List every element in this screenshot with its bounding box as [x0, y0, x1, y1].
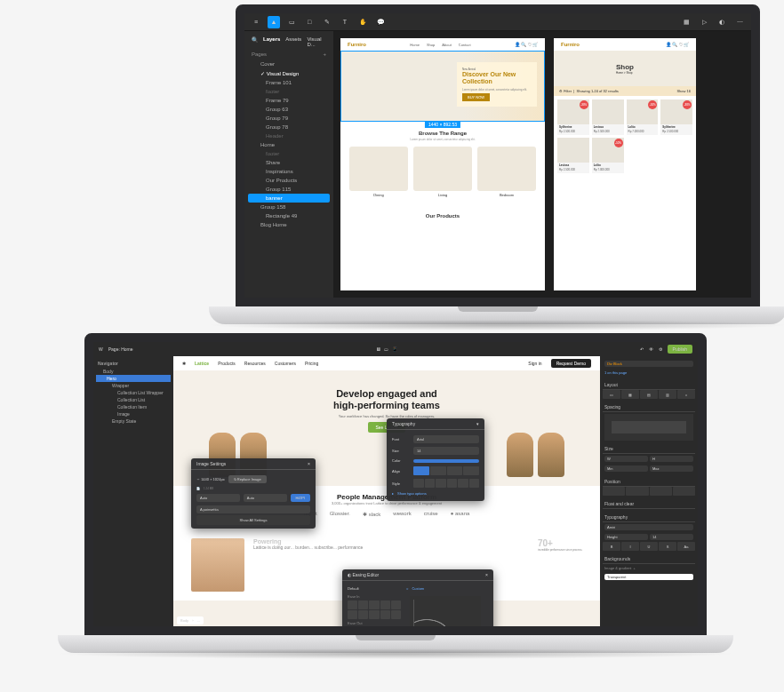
comment-tool-icon[interactable]: 💬 [374, 16, 387, 28]
product-card[interactable]: -50%LolitoRp 7.000.000 [627, 99, 659, 135]
bg-color-swatch[interactable]: Transparent [604, 574, 693, 580]
spacing-box[interactable] [604, 414, 693, 441]
align-left-icon[interactable] [413, 466, 429, 475]
artboard-shop[interactable]: Furniro 👤 🔍 ♡ 🛒 Shop Home > Shop ⚙ Filte… [554, 38, 696, 290]
publish-button[interactable]: Publish [668, 345, 692, 354]
layer-item[interactable]: Group 63 [248, 105, 330, 114]
page-item[interactable]: Cover [248, 60, 330, 68]
typography-popover[interactable]: Typography▾ FontArial Size14 Color Align [387, 418, 484, 501]
class-selector[interactable]: Div Block [604, 361, 693, 367]
settings-icon[interactable]: ⚙ [659, 346, 662, 352]
shop-hero: Shop Home > Shop [554, 51, 696, 86]
align-center-icon[interactable] [430, 466, 446, 475]
tree-item[interactable]: Empty State [96, 418, 171, 425]
tablet-icon[interactable]: ▭ [384, 346, 388, 352]
page-selector[interactable]: Page: Home [108, 346, 133, 352]
hand-tool-icon[interactable]: ✋ [356, 16, 369, 28]
hidpi-toggle[interactable]: HiDPI [291, 494, 310, 502]
tab-assets[interactable]: Assets [285, 36, 301, 47]
webflow-app: W Page: Home 🖥 ▭ 📱 ↶ 👁 ⚙ Publish Naviga [93, 342, 698, 626]
search-icon[interactable]: 🔍 [252, 36, 258, 47]
figma-canvas[interactable]: Furniro Home Shop About Contact 👤 🔍 ♡ 🛒 [333, 31, 751, 298]
nav: Home Shop About Contact [410, 43, 470, 47]
tree-item[interactable]: Collection List [96, 396, 171, 403]
easing-editor-panel[interactable]: ◐ Easing Editor× Default Ease In Ease Ou… [342, 569, 493, 626]
layer-item[interactable]: footer [248, 87, 330, 96]
desktop-icon[interactable]: 🖥 [376, 346, 380, 352]
layer-item[interactable]: Group 115 [248, 185, 330, 194]
width-field[interactable]: Auto [196, 494, 240, 502]
layer-item[interactable]: Rectangle 49 [248, 211, 330, 220]
avatar [191, 538, 244, 592]
frame-tool-icon[interactable]: ▭ [285, 16, 298, 28]
menu-icon[interactable]: ≡ [250, 16, 262, 28]
image-settings-panel[interactable]: Image Settings× ↔ 1440 × 1024px↻ Replace… [191, 458, 316, 529]
signin-link[interactable]: Sign in [528, 361, 541, 366]
webflow-logo-icon[interactable]: W [99, 346, 103, 352]
tab-layers[interactable]: Layers [263, 36, 280, 47]
layer-item[interactable]: footer [248, 149, 330, 158]
alt-field[interactable]: A poinsettia [196, 505, 310, 513]
webflow-screen: W Page: Home 🖥 ▭ 📱 ↶ 👁 ⚙ Publish Naviga [84, 333, 707, 635]
demo-button[interactable]: Request Demo [551, 359, 591, 368]
webflow-canvas[interactable]: ✱Lattice Products Resources Customers Pr… [173, 356, 600, 626]
layer-item[interactable]: Header [248, 131, 330, 140]
move-tool-icon[interactable]: ▲ [268, 16, 280, 28]
product-card[interactable]: LeviosaRp 2.500.000 [592, 99, 624, 135]
text-tool-icon[interactable]: T [339, 16, 351, 28]
tree-item[interactable]: Image [96, 410, 171, 418]
tree-item[interactable]: Wrapper [96, 382, 171, 389]
page-item-active[interactable]: ✓ Visual Design [248, 68, 330, 78]
align-justify-icon[interactable] [463, 466, 479, 475]
layer-item[interactable]: Home [248, 140, 330, 149]
height-field[interactable]: Auto [244, 494, 287, 502]
layer-item[interactable]: Our Products [248, 176, 330, 185]
easing-default[interactable]: Default [348, 585, 401, 593]
tree-item[interactable]: Body [96, 368, 171, 375]
artboard-home[interactable]: Furniro Home Shop About Contact 👤 🔍 ♡ 🛒 [340, 38, 545, 290]
close-icon[interactable]: × [485, 572, 488, 577]
dev-mode-icon[interactable]: ▦ [680, 16, 692, 28]
add-page-icon[interactable]: + [323, 52, 326, 57]
product-card[interactable]: -50%LolitoRp 7.000.000 [592, 138, 624, 173]
hero-selected[interactable]: New Arrival Discover Our New Collection … [340, 51, 545, 122]
product-card[interactable]: LeviosaRp 2.500.000 [557, 138, 589, 173]
undo-icon[interactable]: ↶ [640, 346, 644, 352]
tree-item[interactable]: Collection Item [96, 403, 171, 410]
layer-item[interactable]: Inspirations [248, 167, 330, 176]
more-icon[interactable]: ⋯ [733, 16, 746, 28]
preview-icon[interactable]: 👁 [649, 346, 653, 352]
add-icon[interactable]: + [633, 566, 635, 570]
product-grid: -30%SyltherineRp 2.500.000LeviosaRp 2.50… [554, 96, 696, 177]
layer-item[interactable]: Frame 79 [248, 96, 330, 105]
pages-header: Pages + [248, 49, 330, 60]
tree-item[interactable]: Hero [96, 375, 171, 382]
chevron-icon[interactable]: ▾ [476, 421, 479, 426]
layer-item[interactable]: Frame 101 [248, 78, 330, 87]
tab-page[interactable]: Visual D... [307, 36, 326, 47]
align-right-icon[interactable] [447, 466, 463, 475]
layer-item[interactable]: Group 78 [248, 123, 330, 131]
layer-item[interactable]: banner [248, 194, 330, 203]
contrast-icon[interactable]: ◐ [716, 16, 728, 28]
product-card[interactable]: -30%SyltherineRp 2.500.000 [557, 99, 589, 135]
close-icon[interactable]: × [308, 461, 310, 466]
dimension-badge: 1440 × 892.53 [425, 121, 460, 128]
tree-item[interactable]: Collection List Wrapper [96, 389, 171, 396]
range-grid: Dining Living Bedroom [340, 141, 545, 204]
replace-image-button[interactable]: ↻ Replace Image [228, 475, 267, 483]
navigator-title: Navigator [96, 359, 171, 368]
layer-item[interactable]: Group 79 [248, 114, 330, 123]
mobile-icon[interactable]: 📱 [392, 346, 397, 352]
product-card[interactable]: -30%SyltherineRp 2.500.000 [660, 99, 692, 135]
show-all-settings-button[interactable]: Show All Settings [196, 515, 310, 525]
pen-tool-icon[interactable]: ✎ [321, 16, 333, 28]
hero-cta[interactable]: BUY NOW [462, 93, 490, 101]
layer-item[interactable]: Share [248, 158, 330, 167]
easing-curve[interactable] [410, 596, 481, 626]
layer-item[interactable]: Blog Home [248, 220, 330, 229]
shape-tool-icon[interactable]: □ [303, 16, 316, 28]
font-field[interactable]: Amiri [604, 524, 693, 530]
layer-item[interactable]: Group 158 [248, 203, 330, 211]
prototype-icon[interactable]: ▷ [698, 16, 710, 28]
